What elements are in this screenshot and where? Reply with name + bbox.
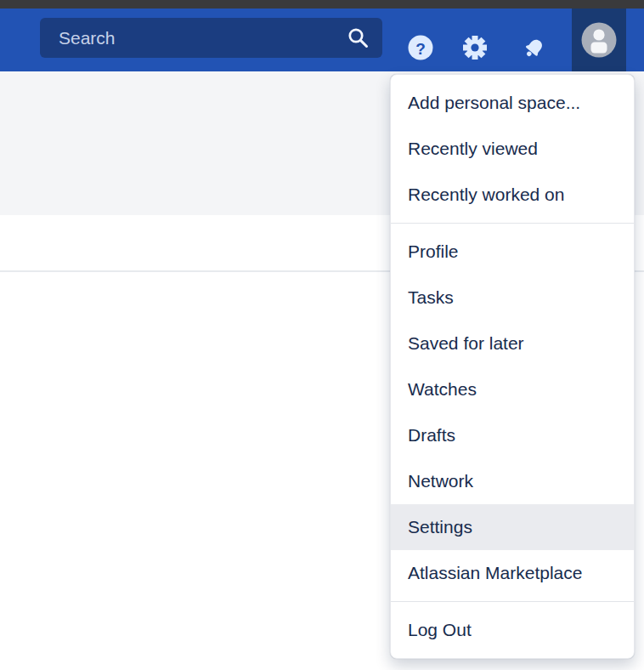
menu-section-3: Log Out (391, 601, 634, 658)
menu-item-log-out[interactable]: Log Out (391, 607, 634, 653)
search-input[interactable] (40, 18, 382, 58)
account-avatar-button[interactable] (572, 9, 626, 71)
user-avatar-icon (581, 22, 617, 58)
help-icon: ? (407, 34, 434, 64)
notifications-button[interactable] (517, 31, 551, 65)
svg-text:?: ? (415, 40, 426, 58)
menu-item-watches[interactable]: Watches (391, 366, 634, 412)
settings-gear-button[interactable] (458, 31, 492, 65)
menu-item-recently-worked-on[interactable]: Recently worked on (391, 172, 634, 218)
menu-item-drafts[interactable]: Drafts (391, 412, 634, 458)
gear-icon (461, 34, 489, 64)
help-button[interactable]: ? (404, 31, 438, 65)
search-box (40, 18, 382, 58)
menu-item-profile[interactable]: Profile (391, 229, 634, 275)
app-navigation-bar: ? (0, 9, 644, 71)
menu-item-settings[interactable]: Settings (391, 504, 634, 550)
bell-icon (520, 33, 549, 65)
menu-item-atlassian-marketplace[interactable]: Atlassian Marketplace (391, 550, 634, 596)
menu-section-2: ProfileTasksSaved for laterWatchesDrafts… (391, 223, 634, 601)
menu-item-tasks[interactable]: Tasks (391, 275, 634, 321)
search-icon (345, 25, 372, 52)
menu-item-add-personal-space[interactable]: Add personal space... (391, 80, 634, 126)
menu-item-saved-for-later[interactable]: Saved for later (391, 321, 634, 366)
account-menu: Add personal space...Recently viewedRece… (390, 74, 635, 659)
menu-section-1: Add personal space...Recently viewedRece… (391, 75, 634, 223)
window-chrome-strip (0, 0, 644, 9)
menu-item-recently-viewed[interactable]: Recently viewed (391, 126, 634, 172)
screen: ? (0, 0, 644, 670)
menu-item-network[interactable]: Network (391, 458, 634, 504)
